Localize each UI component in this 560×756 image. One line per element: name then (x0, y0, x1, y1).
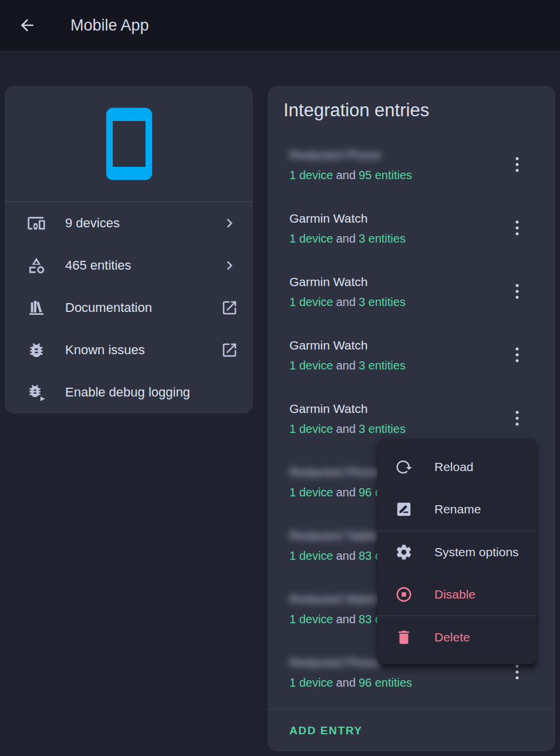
entry-summary: 1 deviceand3 entities (289, 421, 406, 436)
open-in-new-icon (221, 299, 238, 317)
menu-item-system-options[interactable]: System options (377, 531, 537, 573)
entities-row[interactable]: 465 entities (5, 244, 253, 287)
summary-and: and (336, 295, 356, 308)
entry-menu-button[interactable] (503, 150, 531, 179)
devices-icon (27, 214, 46, 233)
menu-item-label: Disable (434, 587, 475, 602)
enable-debug-logging-label: Enable debug logging (65, 385, 238, 400)
entry-name-redacted: Redacted Watch (289, 592, 380, 607)
integration-entry: Redacted Phone 1 deviceand95 entities (268, 139, 555, 202)
devices-link[interactable]: 1 device (289, 486, 333, 499)
devices-link[interactable]: 1 device (289, 676, 333, 689)
integration-icon-section (5, 86, 253, 202)
delete-icon (395, 629, 413, 646)
menu-item-label: Delete (434, 630, 470, 644)
entry-menu-button[interactable] (503, 404, 531, 432)
summary-and: and (336, 486, 356, 499)
entities-link[interactable]: 96 entities (359, 676, 412, 689)
dots-vertical-icon (510, 409, 524, 428)
entries-card-title: Integration entries (284, 100, 429, 121)
open-in-new-icon (221, 341, 238, 359)
entry-menu-button[interactable] (503, 341, 531, 369)
add-entry-button[interactable]: ADD ENTRY (289, 724, 363, 737)
devices-link[interactable]: 1 device (289, 359, 333, 372)
devices-row[interactable]: 9 devices (5, 202, 253, 244)
dots-vertical-icon (510, 663, 524, 681)
entry-summary: 1 deviceand3 entities (289, 358, 406, 373)
summary-and: and (336, 232, 356, 245)
integration-entry: Garmin Watch 1 deviceand3 entities (268, 266, 555, 329)
entities-link[interactable]: 3 entities (359, 359, 406, 372)
entities-link[interactable]: 3 entities (359, 422, 406, 435)
known-issues-row-label: Known issues (65, 342, 221, 358)
back-button[interactable] (15, 14, 39, 37)
menu-item-label: Reload (434, 460, 474, 474)
shapes-icon (27, 256, 46, 275)
reload-icon (395, 458, 413, 476)
page-title: Mobile App (70, 0, 149, 51)
bug-icon (27, 341, 46, 359)
dots-vertical-icon (510, 282, 524, 301)
devices-link[interactable]: 1 device (289, 422, 333, 435)
devices-link[interactable]: 1 device (289, 549, 333, 562)
entry-context-menu: Reload Rename System options Disable Del… (377, 439, 537, 664)
summary-and: and (336, 169, 356, 182)
dots-vertical-icon (510, 155, 524, 174)
menu-item-rename[interactable]: Rename (377, 488, 537, 530)
devices-link[interactable]: 1 device (289, 295, 333, 308)
devices-link[interactable]: 1 device (289, 232, 333, 245)
entry-name-redacted: Redacted Phone (289, 147, 381, 163)
chevron-right-icon (221, 214, 238, 232)
enable-debug-logging-row[interactable]: Enable debug logging (5, 371, 253, 414)
known-issues-row[interactable]: Known issues (5, 329, 253, 371)
summary-and: and (336, 676, 356, 689)
integration-page: Mobile App 9 devices 465 entities Docume… (0, 0, 560, 756)
cog-icon (395, 543, 413, 561)
rename-box-icon (395, 500, 413, 518)
menu-item-label: Rename (434, 502, 481, 516)
entry-name: Garmin Watch (289, 211, 367, 226)
dots-vertical-icon (510, 345, 524, 364)
menu-item-reload[interactable]: Reload (377, 446, 537, 488)
dots-vertical-icon (510, 219, 524, 237)
entries-card-footer: ADD ENTRY (268, 710, 555, 751)
chevron-right-icon (221, 257, 238, 274)
devices-link[interactable]: 1 device (289, 613, 333, 626)
cellphone-icon (90, 105, 168, 183)
overview-rows: 9 devices 465 entities Documentation Kno… (5, 202, 253, 414)
entry-summary: 1 deviceand3 entities (289, 294, 406, 310)
devices-row-label: 9 devices (65, 216, 221, 231)
entry-name-redacted: Redacted Tablet (289, 528, 378, 543)
documentation-row[interactable]: Documentation (5, 287, 253, 329)
menu-item-delete[interactable]: Delete (377, 616, 537, 658)
devices-link[interactable]: 1 device (289, 169, 333, 182)
entry-name: Garmin Watch (289, 401, 367, 416)
entities-link[interactable]: 95 entities (359, 169, 412, 182)
documentation-row-label: Documentation (65, 300, 221, 315)
entry-name: Garmin Watch (289, 274, 367, 290)
integration-entry: Garmin Watch 1 deviceand3 entities (268, 202, 555, 266)
entry-menu-button[interactable] (503, 214, 531, 242)
summary-and: and (336, 422, 356, 435)
entry-name: Garmin Watch (289, 338, 367, 353)
entry-summary: 1 deviceand3 entities (289, 231, 406, 246)
integration-overview-card: 9 devices 465 entities Documentation Kno… (5, 86, 253, 414)
integration-entry: Garmin Watch 1 deviceand3 entities (268, 329, 555, 392)
entities-row-label: 465 entities (65, 258, 221, 273)
entry-summary: 1 deviceand95 entities (289, 167, 412, 183)
entry-name-redacted: Redacted Phone (289, 655, 381, 670)
summary-and: and (336, 359, 356, 372)
entry-name-redacted: Redacted Phone (289, 465, 381, 480)
arrow-left-icon (18, 16, 36, 35)
bug-play-icon (27, 383, 46, 402)
stop-circle-icon (395, 586, 413, 603)
entities-link[interactable]: 3 entities (359, 232, 406, 245)
entry-summary: 1 deviceand96 entities (289, 675, 412, 690)
entry-menu-button[interactable] (503, 277, 531, 305)
library-icon (27, 298, 46, 317)
summary-and: and (336, 613, 356, 626)
menu-item-disable[interactable]: Disable (377, 573, 537, 616)
app-header: Mobile App (0, 0, 560, 51)
entities-link[interactable]: 3 entities (359, 295, 406, 308)
menu-item-label: System options (434, 545, 519, 559)
